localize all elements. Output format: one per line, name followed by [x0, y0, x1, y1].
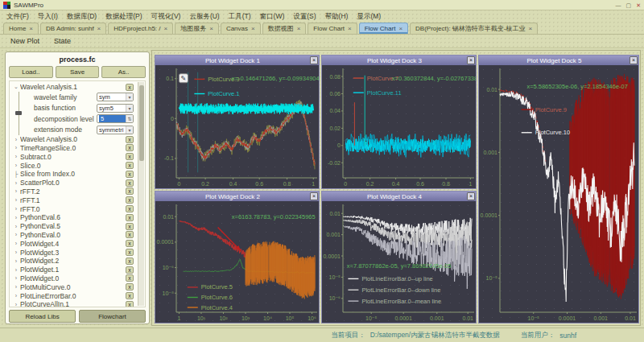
- chevron-right-icon[interactable]: ›: [12, 258, 20, 264]
- tab-close-icon[interactable]: ×: [529, 25, 533, 32]
- tab-6[interactable]: Flow Chart×: [308, 23, 357, 34]
- remove-node-button[interactable]: x: [126, 153, 134, 160]
- tree-item-rfft-1[interactable]: ›rFFT.1x: [12, 196, 134, 204]
- remove-node-button[interactable]: x: [126, 196, 134, 204]
- dock-1-titlebar[interactable]: Plot Widget Dock 1×: [155, 56, 319, 65]
- tree-item-rfft-2[interactable]: ›rFFT.2x: [12, 187, 134, 196]
- tab-close-icon[interactable]: ×: [348, 25, 352, 32]
- remove-node-button[interactable]: x: [126, 231, 134, 238]
- tab-8[interactable]: DB(Project): 锡林浩特市半截变-核工业×: [410, 23, 538, 34]
- remove-node-button[interactable]: x: [126, 292, 134, 299]
- close-icon[interactable]: ✕: [636, 2, 641, 9]
- tab-close-icon[interactable]: ×: [398, 25, 402, 32]
- param-combobox[interactable]: sym▾: [97, 93, 134, 101]
- maximize-icon[interactable]: ▢: [626, 2, 632, 9]
- menu-item-3[interactable]: 数据处理(P): [105, 12, 142, 22]
- menu-item-4[interactable]: 可视化(V): [151, 12, 181, 22]
- tab-close-icon[interactable]: ×: [29, 25, 33, 32]
- chevron-right-icon[interactable]: ›: [12, 284, 20, 290]
- chevron-right-icon[interactable]: ›: [12, 267, 20, 273]
- tree-item-wavelet-analysis-1[interactable]: ⌄Wavelet Analysis.1x: [12, 83, 134, 92]
- tab-5[interactable]: 数据视图×: [262, 23, 307, 34]
- dock-close-icon[interactable]: ×: [467, 56, 475, 64]
- dropdown-arrow-icon[interactable]: ▾: [126, 105, 133, 112]
- remove-node-button[interactable]: x: [126, 240, 134, 247]
- tab-close-icon[interactable]: ×: [209, 25, 213, 32]
- chevron-right-icon[interactable]: ›: [12, 137, 20, 142]
- dock-3-canvas[interactable]: 0.080.060.040.020-0.0200.20.40.60.81Plot…: [322, 65, 476, 188]
- tree-item-timerangeslice-0[interactable]: ›TimeRangeSlice.0x: [12, 144, 134, 153]
- tree-item-pythoneval-5[interactable]: ›PythonEval.5x: [12, 222, 134, 231]
- chevron-right-icon[interactable]: ›: [12, 224, 20, 229]
- dock-4-titlebar[interactable]: Plot Widget Dock 4×: [322, 192, 476, 201]
- tree-item-slice-0[interactable]: ›Slice.0x: [12, 161, 134, 170]
- dock-3-titlebar[interactable]: Plot Widget Dock 3×: [322, 56, 476, 65]
- remove-node-button[interactable]: x: [126, 266, 134, 274]
- chevron-right-icon[interactable]: ›: [12, 215, 20, 220]
- tree-item-plotwidget-3[interactable]: ›PlotWidget.3x: [12, 248, 134, 257]
- tree-item-plotwidget-4[interactable]: ›PlotWidget.4x: [12, 239, 134, 248]
- tree-scrollbar-thumb[interactable]: [139, 85, 144, 161]
- remove-node-button[interactable]: x: [126, 223, 134, 230]
- tree-item-rfft-0[interactable]: ›rFFT.0x: [12, 204, 134, 213]
- menu-item-5[interactable]: 云服务(U): [189, 12, 219, 22]
- spin-arrows-icon[interactable]: ⇅: [126, 115, 133, 122]
- tab-close-icon[interactable]: ×: [251, 25, 255, 32]
- remove-node-button[interactable]: x: [126, 283, 134, 290]
- chevron-down-icon[interactable]: ⌄: [12, 84, 20, 90]
- dropdown-arrow-icon[interactable]: ▾: [126, 93, 133, 101]
- menu-item-7[interactable]: 窗口(W): [260, 12, 285, 22]
- dock-close-icon[interactable]: ×: [310, 56, 318, 64]
- tree-item-plotlineerrorbar-0[interactable]: ›PlotLineErrorBar.0x: [12, 291, 134, 300]
- tree-item-plotmulticurve-0[interactable]: ›PlotMultiCurve.0x: [12, 282, 134, 291]
- tree-item-plotwidget-0[interactable]: ›PlotWidget.0x: [12, 274, 134, 283]
- tab-close-icon[interactable]: ×: [297, 25, 301, 32]
- chevron-right-icon[interactable]: ›: [12, 180, 20, 186]
- chevron-right-icon[interactable]: ›: [12, 293, 20, 299]
- chevron-right-icon[interactable]: ›: [12, 197, 20, 203]
- menu-item-6[interactable]: 工具(T): [229, 12, 251, 22]
- tab-0[interactable]: Home×: [3, 23, 39, 34]
- toolbar-item-state[interactable]: State: [52, 36, 73, 46]
- menu-item-9[interactable]: 帮助(H): [325, 12, 349, 22]
- drag-handle[interactable]: [15, 111, 22, 115]
- param-combobox[interactable]: sym5▾: [97, 104, 134, 113]
- chevron-right-icon[interactable]: ›: [12, 275, 20, 281]
- tab-1[interactable]: DB Admin: sunhf×: [40, 23, 106, 34]
- dropdown-arrow-icon[interactable]: ▾: [126, 126, 133, 134]
- chevron-right-icon[interactable]: ›: [12, 241, 20, 246]
- tree-item-plotcurveallin-1[interactable]: ›PlotCurveAllIn.1x: [12, 300, 134, 307]
- remove-node-button[interactable]: x: [126, 136, 134, 143]
- dock-1-canvas[interactable]: 0.10-0.100.20.40.60.81✎PlotCurve.3PlotCu…: [155, 65, 319, 188]
- chevron-right-icon[interactable]: ›: [12, 163, 20, 168]
- dock-2-titlebar[interactable]: Plot Widget Dock 2×: [155, 192, 319, 201]
- tree-item-wavelet-analysis-0[interactable]: ›Wavelet Analysis.0x: [12, 135, 134, 144]
- minimize-icon[interactable]: —: [616, 2, 621, 9]
- dock-5-canvas[interactable]: 0.010.0010.000110⁻⁵10⁻⁵0.00010.0010.01Pl…: [479, 65, 638, 323]
- tree-item-pythoneval-6[interactable]: ›PythonEval.6x: [12, 213, 134, 222]
- remove-node-button[interactable]: x: [126, 144, 134, 151]
- load-button[interactable]: Load..: [9, 66, 53, 78]
- menu-item-0[interactable]: 文件(F): [6, 12, 29, 22]
- flowchart-button[interactable]: Flowchart: [79, 310, 146, 323]
- menu-item-10[interactable]: 显示(M): [357, 12, 381, 22]
- as-button[interactable]: As..: [101, 66, 146, 78]
- dock-5-titlebar[interactable]: Plot Widget Dock 5×: [479, 56, 638, 65]
- chevron-right-icon[interactable]: ›: [12, 145, 20, 150]
- remove-node-button[interactable]: x: [126, 258, 134, 265]
- dock-close-icon[interactable]: ×: [310, 192, 318, 200]
- chevron-right-icon[interactable]: ›: [12, 232, 20, 237]
- dock-close-icon[interactable]: ×: [630, 56, 638, 64]
- tab-3[interactable]: 地图服务×: [175, 23, 219, 34]
- tree-item-scatterplot-0[interactable]: ›ScatterPlot.0x: [12, 179, 134, 187]
- chevron-right-icon[interactable]: ›: [12, 302, 20, 307]
- save-button[interactable]: Save: [56, 66, 100, 78]
- tab-2[interactable]: HDFproject.h5: /×: [108, 23, 173, 34]
- toolbar-item-new-plot[interactable]: New Plot: [8, 36, 42, 46]
- param-combobox[interactable]: symmetri▾: [97, 126, 134, 134]
- remove-node-button[interactable]: x: [126, 301, 134, 307]
- remove-node-button[interactable]: x: [126, 187, 134, 195]
- tree-item-slice-from-index-0[interactable]: ├Slice from Index.0x: [12, 170, 134, 179]
- tab-7[interactable]: Flow Chart×: [359, 23, 408, 34]
- remove-node-button[interactable]: x: [126, 179, 134, 187]
